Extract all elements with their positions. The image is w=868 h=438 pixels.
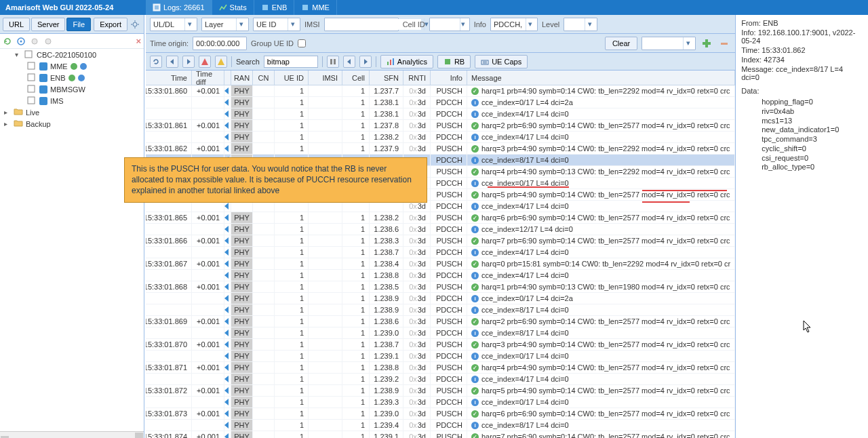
table-row[interactable]: 15:33:01.868 +0.001 PHY 1 1 1.238.5 0x3d… — [146, 281, 735, 293]
table-row[interactable]: PHY 1 1 1.238.1 0x3d PDCCH icce_index=0/… — [146, 97, 735, 108]
tree-node-mbmsgw[interactable]: MBMSGW — [0, 83, 144, 95]
analytics-button[interactable]: Analytics — [380, 55, 433, 68]
table-row[interactable]: 15:33:01.866 +0.001 PHY 1 1 1.238.3 0x3d… — [146, 235, 735, 247]
table-row[interactable]: 15:33:01.867 +0.001 PHY 1 1 1.238.4 0x3d… — [146, 258, 735, 270]
nav-reload-icon[interactable] — [150, 56, 162, 68]
remove-filter-button[interactable] — [717, 37, 731, 50]
disk-icon[interactable] — [16, 37, 26, 46]
col-rnti[interactable]: RNTI — [403, 71, 431, 85]
find-prev-icon[interactable] — [343, 56, 355, 68]
chevron-down-icon[interactable]: ▾ — [460, 18, 467, 31]
cellid-input[interactable] — [433, 19, 457, 30]
table-row[interactable]: 15:33:01.869 +0.001 PHY 1 1 1.238.6 0x3d… — [146, 316, 735, 327]
info-combo[interactable]: PDCCH, PU▾ — [490, 18, 538, 31]
chevron-down-icon[interactable]: ▾ — [288, 18, 297, 31]
left-h-scrollbar[interactable] — [0, 431, 144, 438]
time-origin-field[interactable]: 00:00:00.000 — [193, 37, 247, 50]
tree-folder-live[interactable]: ▸ Live — [0, 106, 144, 118]
rb-label: RB — [454, 58, 465, 66]
gear-icon[interactable] — [129, 18, 141, 31]
tree-folder-backup[interactable]: ▸ Backup — [0, 118, 144, 130]
col-ran[interactable]: RAN — [231, 71, 253, 85]
table-row[interactable]: PHY 1 1 1.238.6 0x3d PDCCH icce_index=12… — [146, 224, 735, 235]
tree-node-enb[interactable]: ENB — [0, 72, 144, 83]
ueid-combo[interactable]: UE ID▾ — [253, 18, 300, 31]
table-row[interactable]: 15:33:01.862 +0.001 PHY 1 1 1.237.9 0x3d… — [146, 143, 735, 155]
table-row[interactable]: 15:33:01.873 +0.001 PHY 1 1 1.239.0 0x3d… — [146, 408, 735, 420]
cellid-combo[interactable]: ▾ — [429, 18, 470, 31]
nav-fwd-icon[interactable] — [182, 56, 195, 68]
tab-enb[interactable]: ENB — [254, 0, 295, 15]
chevron-down-icon[interactable]: ▾ — [184, 18, 194, 31]
table-row[interactable]: PHY 1 1 1.239.2 0x3d PDCCH icce_index=4/… — [146, 374, 735, 385]
col-cell[interactable]: Cell — [342, 71, 370, 85]
table-row[interactable]: PHY 1 1 1.238.2 0x3d PDCCH icce_index=4/… — [146, 132, 735, 143]
file-button[interactable]: File — [66, 18, 91, 31]
uldl-combo[interactable]: UL/DL▾ — [150, 18, 197, 31]
grid-body[interactable]: 15:33:01.860 +0.001 PHY 1 1 1.237.7 0x3d… — [146, 85, 735, 438]
layer-combo[interactable]: Layer▾ — [201, 18, 249, 31]
col-time[interactable]: Time — [146, 71, 192, 85]
tab-logs[interactable]: Logs: 26661 — [146, 0, 212, 15]
col-msg[interactable]: Message — [467, 71, 735, 85]
table-row[interactable]: 15:33:01.860 +0.001 PHY 1 1 1.237.7 0x3d… — [146, 85, 735, 97]
tree-node-cbc[interactable]: ▾ CBC-2021050100 — [0, 49, 144, 60]
table-row[interactable]: PHY 1 1 1.238.7 0x3d PDCCH icce_index=4/… — [146, 247, 735, 258]
export-button[interactable]: Export — [94, 18, 127, 31]
tab-stats[interactable]: Stats — [212, 0, 254, 15]
tree-toggle-icon[interactable]: ▸ — [4, 120, 11, 127]
col-imsi[interactable]: IMSI — [309, 71, 342, 85]
warn-red-icon[interactable] — [199, 56, 211, 68]
table-row[interactable]: PHY 1 1 1.239.0 0x3d PDCCH icce_index=8/… — [146, 327, 735, 339]
table-row[interactable]: PHY 1 1 1.239.4 0x3d PDCCH icce_index=8/… — [146, 420, 735, 431]
clear-button[interactable]: Clear — [605, 37, 637, 50]
table-row[interactable]: 15:33:01.874 +0.001 PHY 1 1 1.239.1 0x3d… — [146, 431, 735, 438]
table-row[interactable]: PHY 1 1 1.238.9 0x3d PDCCH icce_index=0/… — [146, 293, 735, 304]
cell-rnti: 0x3d — [403, 212, 431, 223]
find-icon[interactable] — [327, 56, 339, 68]
imsi-combo[interactable]: ▾ — [324, 18, 399, 31]
chevron-down-icon[interactable]: ▾ — [585, 18, 594, 31]
server-button[interactable]: Server — [31, 18, 65, 31]
chevron-down-icon[interactable]: ▾ — [683, 37, 692, 49]
close-icon[interactable]: × — [136, 36, 141, 46]
nav-back-icon[interactable] — [166, 56, 178, 68]
table-row[interactable]: 15:33:01.872 +0.001 PHY 1 1 1.238.9 0x3d… — [146, 385, 735, 397]
col-ueid[interactable]: UE ID — [275, 71, 309, 85]
table-row[interactable]: 15:33:01.871 +0.001 PHY 1 1 1.238.8 0x3d… — [146, 362, 735, 374]
uecaps-button[interactable]: UE Caps — [475, 55, 528, 68]
dot2-icon[interactable] — [43, 37, 53, 46]
col-timediff[interactable]: Time diff — [192, 71, 224, 85]
table-row[interactable]: 15:33:01.865 +0.001 PHY 1 1 1.238.2 0x3d… — [146, 212, 735, 224]
rb-button[interactable]: RB — [437, 55, 471, 68]
table-row[interactable]: PHY 1 1 1.238.9 0x3d PDCCH icce_index=8/… — [146, 304, 735, 316]
col-info[interactable]: Info — [431, 71, 467, 85]
group-ueid-checkbox[interactable] — [298, 39, 306, 47]
table-row[interactable]: 15:33:01.870 +0.001 PHY 1 1 1.238.7 0x3d… — [146, 339, 735, 351]
triangle-icon — [224, 134, 229, 140]
table-row[interactable]: PHY 1 1 1.239.3 0x3d PDCCH icce_index=0/… — [146, 397, 735, 408]
tab-mme[interactable]: MME — [294, 0, 337, 15]
tree-node-mme[interactable]: MME — [0, 60, 144, 72]
cellid-filter-label: Cell ID — [403, 20, 425, 28]
clear-combo[interactable]: ▾ — [642, 37, 696, 50]
tree-node-ims[interactable]: IMS — [0, 95, 144, 106]
col-sfn[interactable]: SFN — [370, 71, 403, 85]
chevron-down-icon[interactable]: ▾ — [236, 18, 245, 31]
table-row[interactable]: PHY 1 1 1.238.1 0x3d PDCCH icce_index=4/… — [146, 108, 735, 120]
table-row[interactable]: 15:33:01.861 +0.001 PHY 1 1 1.237.8 0x3d… — [146, 120, 735, 132]
col-cn[interactable]: CN — [253, 71, 275, 85]
dot1-icon[interactable] — [30, 37, 39, 46]
table-row[interactable]: PHY 1 1 1.239.1 0x3d PDCCH icce_index=0/… — [146, 351, 735, 362]
url-button[interactable]: URL — [3, 18, 30, 31]
chevron-down-icon[interactable]: ▾ — [526, 18, 534, 31]
level-combo[interactable]: ▾ — [564, 18, 597, 31]
warn-yellow-icon[interactable] — [215, 56, 227, 68]
find-next-icon[interactable] — [359, 56, 372, 68]
tree-toggle-icon[interactable]: ▸ — [4, 108, 11, 116]
add-filter-button[interactable] — [700, 37, 713, 50]
refresh-icon[interactable] — [3, 37, 12, 46]
tree-toggle-icon[interactable]: ▾ — [15, 51, 22, 58]
table-row[interactable]: PHY 1 1 1.238.8 0x3d PDCCH icce_index=4/… — [146, 270, 735, 281]
search-input[interactable] — [264, 56, 318, 68]
